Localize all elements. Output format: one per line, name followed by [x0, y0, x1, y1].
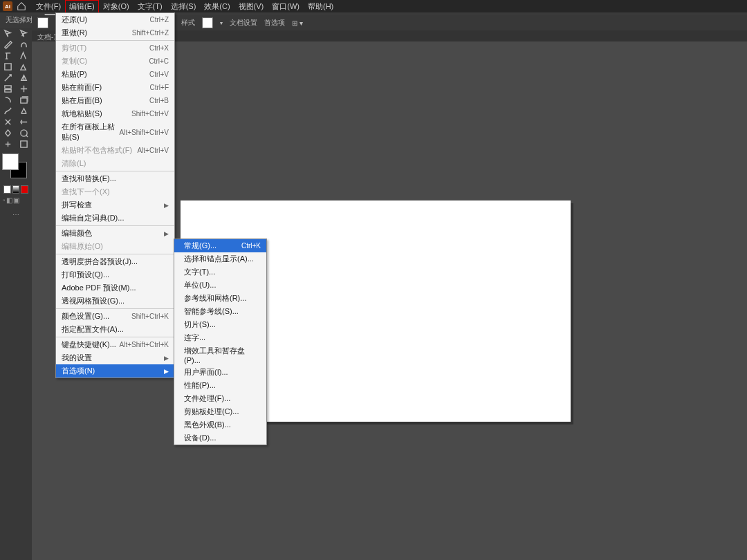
- pref-item-9[interactable]: 用户界面(I)...: [174, 366, 266, 379]
- pref-item-5[interactable]: 智能参考线(S)...: [174, 305, 266, 318]
- menubar: 文件(F)编辑(E)对象(O)文字(T)选择(S)效果(C)视图(V)窗口(W)…: [32, 0, 338, 12]
- edit-item-26[interactable]: 颜色设置(G)...Shift+Ctrl+K: [56, 310, 174, 323]
- tool-4[interactable]: [0, 50, 16, 61]
- edit-item-27[interactable]: 指定配置文件(A)...: [56, 323, 174, 336]
- app-topbar: Ai 文件(F)编辑(E)对象(O)文字(T)选择(S)效果(C)视图(V)窗口…: [0, 0, 747, 12]
- style-swatch[interactable]: [202, 17, 213, 28]
- align-icon[interactable]: ⊞ ▾: [292, 19, 303, 27]
- edit-item-14: 查找下一个(X): [56, 185, 174, 198]
- pref-item-11[interactable]: 文件处理(F)...: [174, 392, 266, 405]
- tool-12[interactable]: [0, 94, 16, 105]
- edit-item-3: 剪切(T)Ctrl+X: [56, 41, 174, 55]
- edit-item-9[interactable]: 在所有画板上粘贴(S)Alt+Shift+Ctrl+V: [56, 120, 174, 144]
- tool-7[interactable]: [16, 61, 32, 72]
- tool-17[interactable]: [16, 116, 32, 127]
- edit-item-8[interactable]: 就地粘贴(S)Shift+Ctrl+V: [56, 107, 174, 120]
- edit-item-19: 编辑原始(O): [56, 240, 174, 253]
- pref-item-14[interactable]: 设备(D)...: [174, 431, 266, 445]
- edit-item-1[interactable]: 重做(R)Shift+Ctrl+Z: [56, 26, 174, 39]
- edit-item-15[interactable]: 拼写检查▶: [56, 198, 174, 212]
- home-icon[interactable]: [17, 1, 26, 11]
- edit-item-0[interactable]: 还原(U)Ctrl+Z: [56, 13, 174, 26]
- edit-item-31[interactable]: 首选项(N)▶: [56, 364, 174, 377]
- pref-item-0[interactable]: 常规(G)...Ctrl+K: [174, 239, 266, 252]
- menu-7[interactable]: 窗口(W): [268, 0, 304, 13]
- menu-1[interactable]: 编辑(E): [65, 0, 99, 13]
- doc-setup-button[interactable]: 文档设置: [230, 18, 257, 28]
- edit-item-22[interactable]: 打印预设(Q)...: [56, 268, 174, 281]
- tool-8[interactable]: [0, 72, 16, 83]
- edit-item-4: 复制(C)Ctrl+C: [56, 55, 174, 68]
- menu-3[interactable]: 文字(T): [133, 0, 167, 13]
- color-mode-swatches[interactable]: [0, 184, 32, 195]
- edit-menu-dropdown: 还原(U)Ctrl+Z重做(R)Shift+Ctrl+Z剪切(T)Ctrl+X复…: [55, 12, 175, 378]
- pref-item-8[interactable]: 增效工具和暂存盘(P)...: [174, 344, 266, 366]
- tool-1[interactable]: [16, 28, 32, 39]
- edit-item-7[interactable]: 贴在后面(B)Ctrl+B: [56, 94, 174, 107]
- tool-19[interactable]: [16, 127, 32, 138]
- tool-15[interactable]: [16, 105, 32, 116]
- menu-8[interactable]: 帮助(H): [304, 0, 338, 13]
- preferences-submenu: 常规(G)...Ctrl+K选择和锚点显示(A)...文字(T)...单位(U)…: [174, 239, 267, 445]
- pref-item-7[interactable]: 连字...: [174, 331, 266, 344]
- pref-item-2[interactable]: 文字(T)...: [174, 265, 266, 279]
- edit-item-16[interactable]: 编辑自定词典(D)...: [56, 212, 174, 225]
- edit-item-30[interactable]: 我的设置▶: [56, 351, 174, 364]
- edit-item-23[interactable]: Adobe PDF 预设(M)...: [56, 281, 174, 295]
- edit-item-10: 粘贴时不包含格式(F)Alt+Ctrl+V: [56, 144, 174, 157]
- style-label: 样式: [181, 18, 195, 28]
- pref-item-10[interactable]: 性能(P)...: [174, 379, 266, 392]
- preferences-button[interactable]: 首选项: [264, 18, 285, 28]
- tool-20[interactable]: [0, 138, 16, 149]
- menu-5[interactable]: 效果(C): [200, 0, 234, 13]
- tool-18[interactable]: [0, 127, 16, 138]
- pref-item-13[interactable]: 黑色外观(B)...: [174, 418, 266, 431]
- edit-item-6[interactable]: 贴在前面(F)Ctrl+F: [56, 81, 174, 94]
- edit-item-24[interactable]: 透视网格预设(G)...: [56, 295, 174, 308]
- tool-16[interactable]: [0, 116, 16, 127]
- tool-13[interactable]: [16, 94, 32, 105]
- tool-10[interactable]: [0, 83, 16, 94]
- menu-6[interactable]: 视图(V): [234, 0, 268, 13]
- document-tab[interactable]: 文档-1: [37, 32, 57, 42]
- tool-5[interactable]: [16, 50, 32, 61]
- tool-11[interactable]: [16, 83, 32, 94]
- edit-item-11: 清除(L): [56, 157, 174, 170]
- edit-item-5[interactable]: 粘贴(P)Ctrl+V: [56, 68, 174, 81]
- pref-item-6[interactable]: 切片(S)...: [174, 318, 266, 331]
- menu-0[interactable]: 文件(F): [32, 0, 65, 13]
- tool-3[interactable]: [16, 39, 32, 50]
- tool-0[interactable]: [0, 28, 16, 39]
- fill-swatch[interactable]: [37, 17, 48, 28]
- pref-item-12[interactable]: 剪贴板处理(C)...: [174, 405, 266, 418]
- tool-sidebar: ▫◧▣ ⋯: [0, 28, 32, 560]
- pref-item-4[interactable]: 参考线和网格(R)...: [174, 292, 266, 305]
- pref-item-1[interactable]: 选择和锚点显示(A)...: [174, 252, 266, 265]
- fill-stroke-swatch[interactable]: [2, 153, 30, 181]
- edit-item-29[interactable]: 键盘快捷键(K)...Alt+Shift+Ctrl+K: [56, 338, 174, 351]
- pref-item-3[interactable]: 单位(U)...: [174, 279, 266, 292]
- tool-2[interactable]: [0, 39, 16, 50]
- more-icon[interactable]: ⋯: [0, 209, 32, 220]
- menu-2[interactable]: 对象(O): [99, 0, 133, 13]
- menu-4[interactable]: 选择(S): [167, 0, 201, 13]
- edit-item-13[interactable]: 查找和替换(E)...: [56, 172, 174, 185]
- edit-item-21[interactable]: 透明度拼合器预设(J)...: [56, 255, 174, 268]
- screen-mode-icons[interactable]: ▫◧▣: [0, 195, 32, 205]
- tool-6[interactable]: [0, 61, 16, 72]
- app-logo: Ai: [3, 1, 12, 11]
- tool-21[interactable]: [16, 138, 32, 149]
- edit-item-18[interactable]: 编辑颜色▶: [56, 227, 174, 240]
- tool-9[interactable]: [16, 72, 32, 83]
- tool-14[interactable]: [0, 105, 16, 116]
